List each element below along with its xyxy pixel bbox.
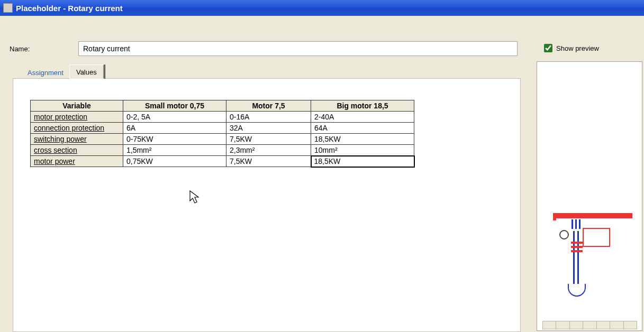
variable-name-cell[interactable]: motor power <box>31 156 123 167</box>
show-preview-checkbox[interactable]: Show preview <box>542 42 599 54</box>
header-variable[interactable]: Variable <box>31 100 123 112</box>
name-input[interactable] <box>78 41 518 56</box>
value-cell[interactable]: 6A <box>123 123 226 134</box>
value-cell[interactable]: 18,5KW <box>311 156 414 167</box>
dialog-client: Name: Show preview Assignment Values Var… <box>0 16 644 332</box>
value-cell[interactable]: 0-2, 5A <box>123 112 226 123</box>
value-cell[interactable]: 2,3mm² <box>226 145 311 156</box>
value-cell[interactable]: 18,5KW <box>311 134 414 145</box>
value-cell[interactable]: 0-75KW <box>123 134 226 145</box>
table-row: switching power0-75KW7,5KW18,5KW <box>31 134 414 145</box>
name-label: Name: <box>10 45 78 53</box>
value-cell[interactable]: 32A <box>226 123 311 134</box>
value-cell[interactable]: 0-16A <box>226 112 311 123</box>
variable-name-cell[interactable]: cross section <box>31 145 123 156</box>
table-row: cross section1,5mm²2,3mm²10mm² <box>31 145 414 156</box>
show-preview-checkbox-box[interactable] <box>544 44 552 52</box>
value-cell[interactable]: 0,75KW <box>123 156 226 167</box>
value-cell[interactable]: 7,5KW <box>226 134 311 145</box>
values-table[interactable]: Variable Small motor 0,75 Motor 7,5 Big … <box>30 100 415 168</box>
value-cell[interactable]: 64A <box>311 123 414 134</box>
table-row: motor protection0-2, 5A0-16A2-40A <box>31 112 414 123</box>
tab-strip: Assignment Values <box>21 64 104 79</box>
preview-pane <box>537 61 642 331</box>
show-preview-label: Show preview <box>556 44 599 52</box>
header-col-2[interactable]: Big motor 18,5 <box>311 100 414 112</box>
value-cell[interactable]: 1,5mm² <box>123 145 226 156</box>
value-cell[interactable]: 10mm² <box>311 145 414 156</box>
variable-name-cell[interactable]: switching power <box>31 134 123 145</box>
table-row: connection protection6A32A64A <box>31 123 414 134</box>
app-icon <box>3 3 13 13</box>
variable-name-cell[interactable]: connection protection <box>31 123 123 134</box>
header-col-0[interactable]: Small motor 0,75 <box>123 100 226 112</box>
preview-scrollbar[interactable] <box>542 321 637 329</box>
preview-drawing <box>542 210 637 320</box>
tab-assignment[interactable]: Assignment <box>21 66 70 79</box>
title-bar: Placeholder - Rotary current <box>0 0 644 16</box>
tab-values[interactable]: Values <box>69 64 104 79</box>
value-cell[interactable]: 2-40A <box>311 112 414 123</box>
values-tab-panel: Variable Small motor 0,75 Motor 7,5 Big … <box>13 78 521 332</box>
window-title: Placeholder - Rotary current <box>16 4 123 13</box>
table-row: motor power0,75KW7,5KW18,5KW <box>31 156 414 167</box>
value-cell[interactable]: 7,5KW <box>226 156 311 167</box>
variable-name-cell[interactable]: motor protection <box>31 112 123 123</box>
header-col-1[interactable]: Motor 7,5 <box>226 100 311 112</box>
